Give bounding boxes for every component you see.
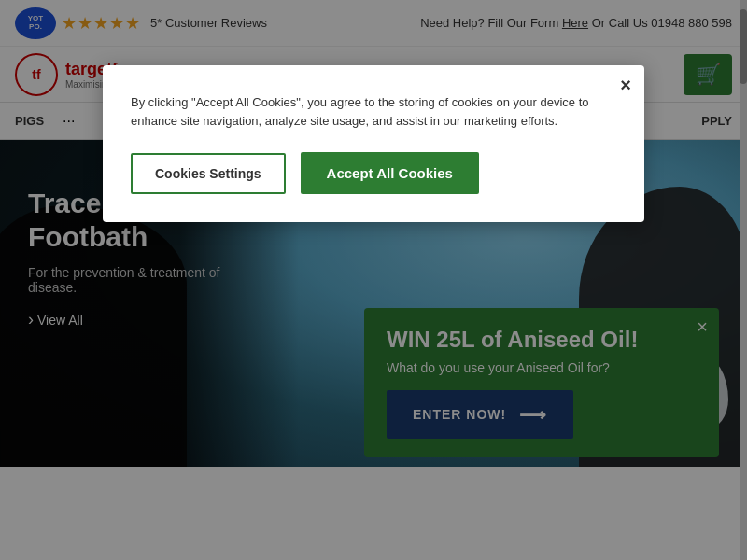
modal-overlay: × By clicking "Accept All Cookies", you … [0, 0, 747, 560]
cookies-settings-button[interactable]: Cookies Settings [131, 153, 286, 194]
accept-all-cookies-button[interactable]: Accept All Cookies [301, 152, 479, 194]
cookie-text: By clicking "Accept All Cookies", you ag… [131, 93, 607, 130]
cookie-modal: × By clicking "Accept All Cookies", you … [103, 65, 644, 222]
modal-close-button[interactable]: × [620, 75, 631, 96]
cookie-buttons: Cookies Settings Accept All Cookies [131, 152, 607, 194]
